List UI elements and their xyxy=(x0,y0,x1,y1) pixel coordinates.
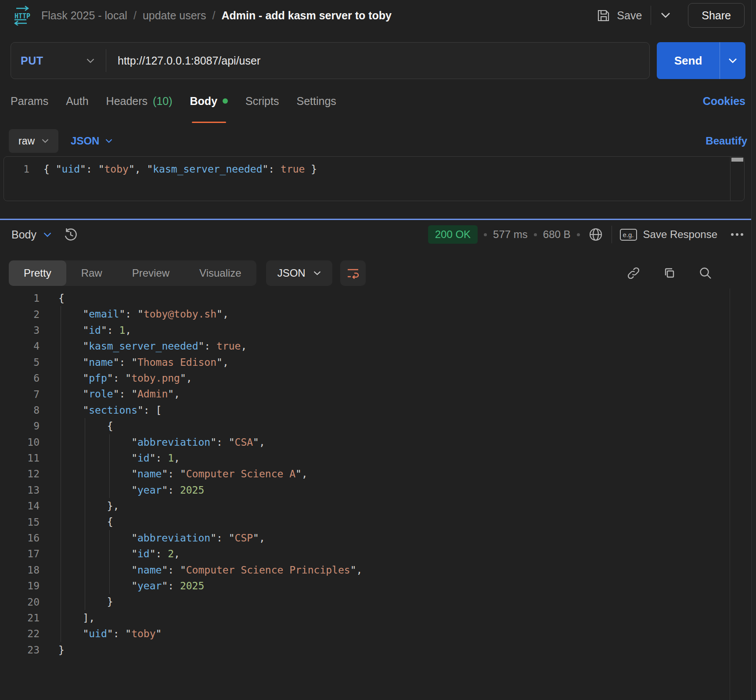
indent-guide xyxy=(83,498,107,514)
breadcrumb: Flask 2025 - local / update users / Admi… xyxy=(41,9,392,22)
indent-guide xyxy=(58,578,83,594)
breadcrumb-folder[interactable]: update users xyxy=(143,9,206,22)
indent-guide xyxy=(83,594,107,610)
method-select[interactable]: PUT xyxy=(11,54,106,67)
view-raw[interactable]: Raw xyxy=(66,260,117,286)
request-body-editor[interactable]: 1{ "uid": "toby", "kasm_server_needed": … xyxy=(4,156,745,201)
indent-guide xyxy=(83,450,107,466)
response-history-icon[interactable] xyxy=(63,227,79,242)
body-format-select[interactable]: JSON xyxy=(71,135,112,147)
share-button[interactable]: Share xyxy=(688,3,745,28)
code-line: 16"abbreviation": "CSP", xyxy=(0,530,756,546)
line-number: 10 xyxy=(0,437,40,448)
network-globe-icon[interactable] xyxy=(588,227,604,242)
line-number: 1 xyxy=(0,292,40,304)
modified-dot-icon xyxy=(223,98,228,104)
wrap-line-icon xyxy=(346,266,360,281)
tab-settings[interactable]: Settings xyxy=(296,79,336,123)
save-options-button[interactable] xyxy=(651,8,680,23)
code-line: 13"year": 2025 xyxy=(0,482,756,498)
indent-guide xyxy=(58,514,83,530)
pane-resize-handle[interactable] xyxy=(0,219,756,220)
response-body-select[interactable]: Body xyxy=(11,228,51,241)
code-line: 1{ xyxy=(0,290,756,306)
send-button-group: Send xyxy=(657,42,745,79)
line-number: 9 xyxy=(0,420,40,432)
code-line: 15{ xyxy=(0,514,756,530)
copy-icon[interactable] xyxy=(662,266,677,281)
chevron-down-icon xyxy=(86,58,94,63)
save-label: Save xyxy=(617,9,642,22)
search-icon[interactable] xyxy=(698,266,713,281)
chevron-down-icon xyxy=(42,139,49,143)
code-line: 5"name": "Thomas Edison", xyxy=(0,354,756,370)
request-tabs: Params Auth Headers (10) Body Scripts Se… xyxy=(0,79,756,123)
response-size: 680 B xyxy=(543,228,571,241)
indent-guide xyxy=(107,434,131,450)
body-mode-select[interactable]: raw xyxy=(9,129,58,153)
code-line: 23} xyxy=(0,642,756,658)
tab-headers[interactable]: Headers (10) xyxy=(106,79,173,123)
response-body-viewer: 1{2"email": "toby@toby.sh",3"id": 1,4"ka… xyxy=(0,289,756,658)
view-visualize[interactable]: Visualize xyxy=(184,260,256,286)
response-format-select[interactable]: JSON xyxy=(266,260,332,286)
dot-separator xyxy=(484,233,487,236)
line-number: 2 xyxy=(0,309,40,320)
indent-guide xyxy=(83,434,107,450)
indent-guide xyxy=(107,562,131,578)
top-bar: HTTP Flask 2025 - local / update users /… xyxy=(0,0,756,31)
line-number: 16 xyxy=(0,532,40,544)
line-number: 14 xyxy=(0,500,40,512)
view-preview[interactable]: Preview xyxy=(117,260,184,286)
body-mode-label: raw xyxy=(18,135,35,147)
url-input[interactable]: http://127.0.0.1:8087/api/user xyxy=(106,54,272,67)
line-number: 18 xyxy=(0,564,40,576)
indent-guide xyxy=(83,546,107,562)
indent-guide xyxy=(107,450,131,466)
code-line: 7"role": "Admin", xyxy=(0,386,756,402)
line-number: 13 xyxy=(0,484,40,496)
tab-scripts[interactable]: Scripts xyxy=(245,79,279,123)
indent-guide xyxy=(58,562,83,578)
indent-guide xyxy=(58,402,83,418)
tab-params[interactable]: Params xyxy=(11,79,48,123)
method-label: PUT xyxy=(21,54,43,67)
send-button[interactable]: Send xyxy=(657,42,720,79)
line-number: 6 xyxy=(0,372,40,384)
code-line: 19"year": 2025 xyxy=(0,578,756,594)
save-response-button[interactable]: e.g. Save Response xyxy=(620,228,717,241)
wrap-line-button[interactable] xyxy=(340,260,366,286)
editor-scrollbar[interactable] xyxy=(730,157,744,201)
indent-guide xyxy=(107,482,131,498)
http-request-icon: HTTP xyxy=(11,5,32,25)
line-number: 15 xyxy=(0,516,40,528)
send-options-button[interactable] xyxy=(720,42,745,79)
request-url-row: PUT http://127.0.0.1:8087/api/user Send xyxy=(11,42,745,79)
cookies-link[interactable]: Cookies xyxy=(703,95,745,108)
response-scrollbar-track[interactable] xyxy=(730,289,730,700)
scrollbar-thumb[interactable] xyxy=(731,158,743,162)
copy-link-icon[interactable] xyxy=(626,266,641,281)
code-line: 21], xyxy=(0,610,756,626)
window-scrollbar[interactable] xyxy=(751,0,756,700)
app-window: { "header": { "protocol_label": "HTTP", … xyxy=(0,0,756,700)
save-button[interactable]: Save xyxy=(593,5,651,26)
breadcrumb-separator: / xyxy=(133,9,137,22)
dot-separator xyxy=(577,233,580,236)
tab-body[interactable]: Body xyxy=(190,79,228,123)
line-number: 23 xyxy=(0,644,40,656)
more-options-icon[interactable] xyxy=(730,232,745,237)
code-line: 9{ xyxy=(0,418,756,434)
beautify-link[interactable]: Beautify xyxy=(706,135,747,147)
code-line: 20} xyxy=(0,594,756,610)
chevron-down-icon xyxy=(43,232,51,237)
breadcrumb-collection[interactable]: Flask 2025 - local xyxy=(41,9,127,22)
tab-auth[interactable]: Auth xyxy=(66,79,88,123)
response-view-switch: Pretty Raw Preview Visualize xyxy=(9,260,256,286)
view-pretty[interactable]: Pretty xyxy=(9,260,66,286)
divider xyxy=(612,226,612,243)
request-title: Admin - add kasm server to toby xyxy=(221,9,392,22)
indent-guide xyxy=(58,530,83,546)
indent-guide xyxy=(107,578,131,594)
code-line: 10"abbreviation": "CSA", xyxy=(0,434,756,450)
